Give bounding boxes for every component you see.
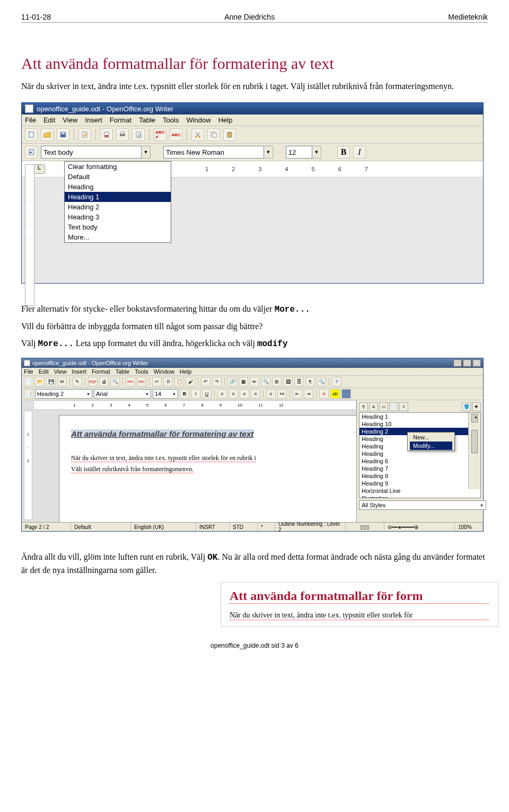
status-view-icons[interactable]: ▯▯▯	[346, 523, 384, 531]
fill-format-icon[interactable]: 🪣	[462, 402, 471, 411]
scrollbar-vertical[interactable]: ▲	[468, 413, 480, 489]
styles-window-icon[interactable]	[25, 146, 38, 158]
menu-insert[interactable]: Insert	[72, 368, 86, 375]
font-color-icon[interactable]: A	[319, 389, 329, 399]
style-option-clear[interactable]: Clear formatting	[65, 162, 171, 172]
context-menu[interactable]: New... Modify...	[407, 432, 455, 451]
align-center-icon[interactable]: ≡	[229, 389, 238, 399]
menu-format[interactable]: Format	[110, 116, 131, 124]
redo-icon[interactable]: ↷	[212, 377, 222, 386]
preview-icon[interactable]: 🔍	[110, 377, 120, 386]
menu-table[interactable]: Table	[139, 116, 155, 124]
paragraph-style-selector[interactable]: Text body ▼	[41, 146, 151, 158]
chevron-down-icon[interactable]: ▼	[142, 146, 151, 158]
print-icon[interactable]: 🖨	[99, 377, 109, 386]
increase-indent-icon[interactable]: ⇥	[304, 389, 313, 399]
menu-window[interactable]: Window	[154, 368, 174, 375]
copy-icon[interactable]: ⎘	[163, 377, 173, 386]
style-item[interactable]: Horizontal Line	[359, 487, 480, 495]
spellcheck-icon[interactable]: ABC✔	[154, 128, 166, 141]
chevron-down-icon[interactable]: ▼	[312, 146, 321, 158]
styles-window-icon[interactable]: 📑	[24, 389, 33, 399]
style-item[interactable]: Heading 9	[359, 480, 480, 487]
highlight-icon[interactable]: ab	[330, 389, 340, 399]
ctx-modify[interactable]: Modify...	[410, 442, 452, 450]
bold-button[interactable]: B	[180, 389, 189, 399]
save-icon[interactable]: 💾	[46, 377, 56, 386]
status-insert[interactable]: INSRT	[196, 523, 230, 531]
style-item[interactable]: Heading	[359, 450, 480, 457]
edit-doc-icon[interactable]	[78, 128, 91, 141]
list-styles-icon[interactable]: ≡	[399, 402, 408, 411]
styles-filter-selector[interactable]: All Styles ▼	[359, 500, 486, 510]
hyperlink-icon[interactable]: 🔗	[227, 377, 237, 386]
underline-button[interactable]: U	[202, 389, 212, 399]
status-std[interactable]: STD	[230, 523, 258, 531]
style-item[interactable]: Heading 6	[359, 457, 480, 465]
menu-file[interactable]: File	[24, 368, 33, 375]
font-size-selector[interactable]: 14▼	[153, 389, 178, 399]
numbering-icon[interactable]: ≡	[266, 389, 276, 399]
preview-icon[interactable]	[132, 128, 145, 141]
menu-format[interactable]: Format	[92, 368, 110, 375]
chevron-down-icon[interactable]: ▼	[264, 146, 273, 158]
zoom-icon[interactable]: 🔍	[317, 377, 326, 386]
ctx-new[interactable]: New...	[410, 433, 452, 442]
menu-view[interactable]: View	[54, 368, 67, 375]
help-icon[interactable]: ?	[332, 377, 341, 386]
menu-window[interactable]: Window	[186, 116, 210, 124]
paragraph-styles-icon[interactable]: ¶	[359, 402, 368, 411]
close-button[interactable]: ×	[472, 359, 481, 367]
paragraph-style-selector[interactable]: Heading 2▼	[35, 389, 92, 399]
decrease-indent-icon[interactable]: ⇤	[293, 389, 302, 399]
style-option-heading3[interactable]: Heading 3	[65, 212, 171, 222]
open-icon[interactable]: 📂	[35, 377, 45, 386]
cut-icon[interactable]	[191, 128, 204, 141]
edit-icon[interactable]: ✎	[73, 377, 82, 386]
new-doc-icon[interactable]: 📄	[24, 377, 33, 386]
font-name-selector[interactable]: Times New Roman ▼	[163, 146, 273, 158]
style-option-textbody[interactable]: Text body	[65, 222, 171, 232]
style-option-heading[interactable]: Heading	[65, 182, 171, 192]
align-left-icon[interactable]: ≡	[217, 389, 227, 399]
nonprinting-icon[interactable]: ¶	[305, 377, 315, 386]
print-icon[interactable]	[116, 128, 129, 141]
save-icon[interactable]	[57, 128, 69, 141]
scroll-thumb[interactable]	[471, 430, 478, 453]
status-style[interactable]: Default	[71, 523, 131, 531]
status-language[interactable]: English (UK)	[131, 523, 196, 531]
frame-styles-icon[interactable]: ▭	[379, 402, 388, 411]
menu-view[interactable]: View	[63, 116, 77, 124]
bullets-icon[interactable]: •≡	[277, 389, 287, 399]
styles-list[interactable]: Heading 1 Heading 10 Heading 2 Heading H…	[359, 412, 481, 498]
style-item[interactable]: Heading 7	[359, 465, 480, 472]
font-name-selector[interactable]: Arial▼	[94, 389, 151, 399]
menu-help[interactable]: Help	[180, 368, 192, 375]
align-justify-icon[interactable]: ≡	[251, 389, 260, 399]
menu-file[interactable]: File	[25, 116, 36, 124]
document-canvas[interactable]: 1 2 3 4 5 6 7 8 9 10 11 12 1·2 Att använ…	[22, 400, 356, 522]
style-item[interactable]: Heading 10	[359, 420, 480, 428]
style-option-more[interactable]: More...	[65, 232, 171, 242]
pdf-export-icon[interactable]	[100, 128, 113, 141]
navigator-icon[interactable]: ⊞	[272, 377, 282, 386]
format-paint-icon[interactable]: 🖌	[186, 377, 195, 386]
find-icon[interactable]: 🔍	[261, 377, 270, 386]
status-zoom[interactable]: 100%	[455, 523, 483, 531]
auto-spellcheck-icon[interactable]: ABC	[137, 377, 146, 386]
email-icon[interactable]: ✉	[57, 377, 67, 386]
italic-button[interactable]: I	[353, 146, 366, 158]
cut-icon[interactable]: ✂	[152, 377, 162, 386]
paragraph-style-dropdown[interactable]: Clear formatting Default Heading Heading…	[64, 161, 171, 243]
italic-button[interactable]: I	[191, 389, 200, 399]
bold-button[interactable]: B	[337, 146, 350, 158]
menu-edit[interactable]: Edit	[39, 368, 49, 375]
page-styles-icon[interactable]: 📄	[389, 402, 398, 411]
copy-icon[interactable]	[207, 128, 220, 141]
style-option-heading1[interactable]: Heading 1	[65, 192, 171, 202]
show-draw-icon[interactable]: ✏	[250, 377, 259, 386]
style-item[interactable]: Illustration	[359, 495, 480, 498]
paste-icon[interactable]	[223, 128, 236, 141]
new-doc-icon[interactable]	[25, 128, 38, 141]
minimize-button[interactable]: _	[453, 359, 462, 367]
